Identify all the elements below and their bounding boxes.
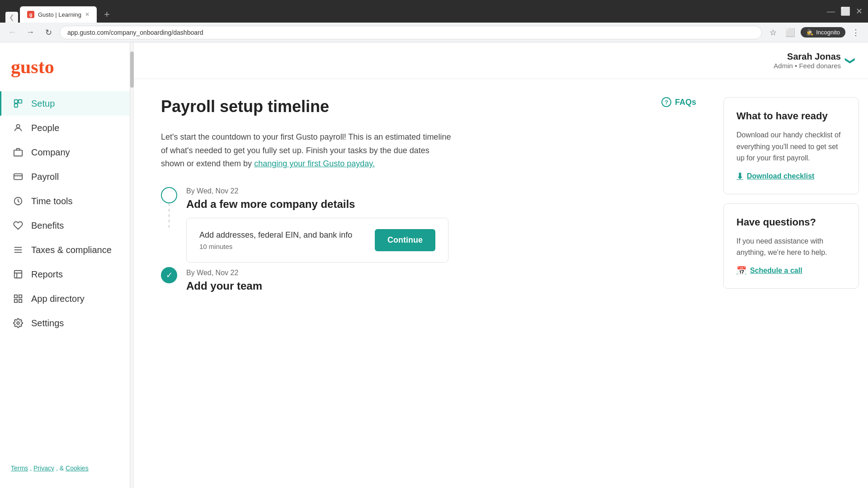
sidebar-footer: Terms , Privacy , & Cookies [0,457,133,479]
questions-card-text: If you need assistance with anything, we… [736,235,846,258]
svg-rect-2 [14,104,18,107]
svg-rect-4 [14,150,22,156]
menu-icon[interactable]: ⋮ [849,26,863,39]
nav-item-benefits[interactable]: Benefits [0,213,133,238]
task-time: 10 minutes [199,243,375,250]
maximize-button[interactable]: ⬜ [840,6,850,16]
intro-paragraph: Let's start the countdown to your first … [161,131,455,171]
sidebar-scrollbar[interactable] [130,42,133,488]
setup-icon [12,98,24,109]
scroll-thumb[interactable] [130,52,134,88]
user-name: Sarah Jonas [774,52,841,62]
nav-item-company[interactable]: Company [0,140,133,164]
privacy-link[interactable]: Privacy [33,465,54,472]
benefits-label: Benefits [31,221,64,231]
tab-dropdown[interactable]: ❮ [5,12,18,23]
payroll-label: Payroll [31,172,59,182]
timeline-line-dashed [169,203,170,230]
bookmark-icon[interactable]: ☆ [766,26,780,39]
payroll-icon [12,171,24,183]
timeline: By Wed, Nov 22 Add a few more company de… [161,187,696,313]
svg-point-3 [16,125,19,128]
people-icon [12,122,24,134]
timeline-left-2: ✓ [161,267,177,283]
nav-item-payroll[interactable]: Payroll [0,164,133,189]
timeline-title-1: Add a few more company details [186,198,696,211]
page-header: Payroll setup timeline ? FAQs [161,97,696,116]
tab-label: Gusto | Learning [38,11,81,18]
task-info: Add addresses, federal EIN, and bank inf… [199,230,375,250]
sidebar-icon[interactable]: ⬜ [783,26,797,39]
intro-section: Let's start the countdown to your first … [161,131,455,171]
task-card-1: Add addresses, federal EIN, and bank inf… [186,218,448,263]
app-directory-label: App directory [31,294,85,304]
browser-tabs: ❮ g Gusto | Learning ✕ + [5,0,115,23]
continue-button[interactable]: Continue [375,229,435,251]
nav-item-taxes[interactable]: Taxes & compliance [0,238,133,262]
content-area: Payroll setup timeline ? FAQs Let's star… [134,79,714,488]
svg-rect-5 [14,174,22,180]
questions-card-title: Have questions? [736,216,846,228]
address-bar[interactable]: app.gusto.com/company_onboarding/dashboa… [60,26,762,39]
reports-label: Reports [31,269,63,280]
footer-links: Terms , Privacy , & Cookies [11,465,123,472]
forward-button[interactable]: → [24,26,37,39]
nav-item-reports[interactable]: Reports [0,262,133,286]
separator-1: , [30,465,32,472]
schedule-call-link[interactable]: 📅 Schedule a call [736,266,846,276]
refresh-button[interactable]: ↻ [42,26,55,39]
nav-item-app-directory[interactable]: App directory [0,286,133,311]
app-layout: gusto Setup People Company Payroll [0,42,868,488]
top-bar: Sarah Jonas Admin • Feed donares ❯ [134,42,868,79]
page-title: Payroll setup timeline [161,97,329,116]
tab-close-button[interactable]: ✕ [85,11,90,18]
timeline-content-1: By Wed, Nov 22 Add a few more company de… [186,187,696,276]
download-icon: ⬇ [736,171,743,181]
taxes-icon [12,244,24,256]
settings-icon [12,317,24,329]
calendar-icon: 📅 [736,266,746,276]
timeline-item-1: By Wed, Nov 22 Add a few more company de… [161,187,696,276]
taxes-label: Taxes & compliance [31,245,112,255]
people-label: People [31,123,59,133]
questions-card: Have questions? If you need assistance w… [723,203,859,289]
active-tab[interactable]: g Gusto | Learning ✕ [20,6,97,23]
cookies-link[interactable]: Cookies [66,465,89,472]
terms-link[interactable]: Terms [11,465,28,472]
settings-label: Settings [31,318,64,328]
close-button[interactable]: ✕ [856,6,863,16]
new-tab-button[interactable]: + [99,6,115,23]
incognito-button[interactable]: 🕵 Incognito [801,27,845,38]
toolbar-actions: ☆ ⬜ 🕵 Incognito ⋮ [766,26,863,39]
timeline-date-2: By Wed, Nov 22 [186,269,696,277]
reports-icon [12,268,24,280]
svg-point-15 [17,322,19,324]
faqs-link[interactable]: ? FAQs [661,97,696,107]
svg-rect-1 [19,100,22,103]
timeline-circle-complete: ✓ [161,267,177,283]
logo-text: gusto [11,56,123,78]
benefits-icon [12,220,24,231]
nav-item-setup[interactable]: Setup [0,91,133,116]
svg-rect-0 [14,100,18,103]
ready-card-title: What to have ready [736,110,846,122]
download-checklist-link[interactable]: ⬇ Download checklist [736,171,846,181]
timeline-left-1 [161,187,177,230]
ready-card-text: Download our handy checklist of everythi… [736,129,846,164]
main-content: Sarah Jonas Admin • Feed donares ❯ Payro… [134,42,868,488]
user-role: Admin • Feed donares [774,62,841,70]
nav-item-time-tools[interactable]: Time tools [0,189,133,213]
nav-item-people[interactable]: People [0,116,133,140]
payday-link[interactable]: changing your first Gusto payday. [254,159,375,168]
user-menu[interactable]: Sarah Jonas Admin • Feed donares ❯ [774,52,854,70]
download-checklist-label: Download checklist [747,172,814,180]
ready-card: What to have ready Download our handy ch… [723,97,859,194]
browser-toolbar: ← → ↻ app.gusto.com/company_onboarding/d… [0,23,868,42]
separator-2: , & [56,465,64,472]
nav-item-settings[interactable]: Settings [0,311,133,335]
sidebar-logo: gusto [0,52,133,91]
faqs-label: FAQs [675,98,696,107]
back-button[interactable]: ← [5,26,19,39]
minimize-button[interactable]: — [827,7,835,16]
timeline-title-2: Add your team [186,280,696,292]
